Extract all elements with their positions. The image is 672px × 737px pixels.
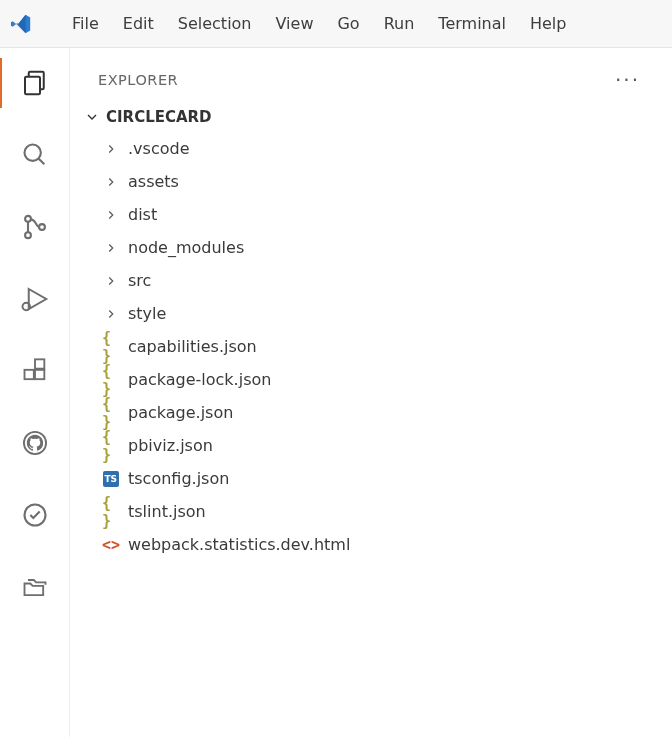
activity-github[interactable] [0,418,70,468]
tree-label: capabilities.json [128,337,257,356]
tree-folder[interactable]: dist [94,198,672,231]
json-file-icon: { } [102,329,120,365]
json-file-icon: { } [102,362,120,398]
explorer-header: EXPLORER ··· [70,60,672,100]
menu-view[interactable]: View [264,8,326,39]
tree-folder[interactable]: assets [94,165,672,198]
svg-point-6 [39,224,45,230]
chevron-right-icon [102,175,120,189]
tree-label: node_modules [128,238,244,257]
tree-label: style [128,304,166,323]
activity-search[interactable] [0,130,70,180]
menu-help[interactable]: Help [518,8,578,39]
chevron-down-icon [84,109,100,125]
project-name: CIRCLECARD [106,108,212,126]
tree-file[interactable]: { } capabilities.json [94,330,672,363]
ts-file-icon: TS [102,471,120,487]
json-file-icon: { } [102,428,120,464]
menu-terminal[interactable]: Terminal [426,8,518,39]
menu-go[interactable]: Go [325,8,371,39]
tree-label: .vscode [128,139,189,158]
vscode-logo-icon [10,13,32,35]
menu-file[interactable]: File [60,8,111,39]
svg-rect-9 [35,370,44,379]
tree-label: package-lock.json [128,370,271,389]
more-actions-icon[interactable]: ··· [615,68,654,92]
titlebar: File Edit Selection View Go Run Terminal… [0,0,672,48]
json-file-icon: { } [102,395,120,431]
tree-file[interactable]: <> webpack.statistics.dev.html [94,528,672,561]
activity-bar [0,48,70,737]
chevron-right-icon [102,241,120,255]
html-file-icon: <> [102,536,120,554]
activity-extensions[interactable] [0,346,70,396]
chevron-right-icon [102,142,120,156]
tree-label: tslint.json [128,502,206,521]
chevron-right-icon [102,208,120,222]
activity-task[interactable] [0,490,70,540]
chevron-right-icon [102,274,120,288]
svg-point-4 [25,216,31,222]
tree-folder[interactable]: src [94,264,672,297]
tree-label: assets [128,172,179,191]
explorer-title: EXPLORER [98,72,178,88]
tree-file[interactable]: { } package-lock.json [94,363,672,396]
tree-folder[interactable]: .vscode [94,132,672,165]
svg-rect-8 [24,370,33,379]
chevron-right-icon [102,307,120,321]
svg-rect-10 [35,359,44,368]
explorer-sidebar: EXPLORER ··· CIRCLECARD .vscode assets d… [70,48,672,737]
file-tree: .vscode assets dist node_modules src sty… [70,132,672,561]
activity-source-control[interactable] [0,202,70,252]
project-header[interactable]: CIRCLECARD [70,100,672,132]
tree-file[interactable]: TS tsconfig.json [94,462,672,495]
menu-edit[interactable]: Edit [111,8,166,39]
svg-rect-1 [25,77,40,95]
svg-point-2 [24,145,40,161]
tree-label: package.json [128,403,233,422]
tree-label: webpack.statistics.dev.html [128,535,350,554]
menu-selection[interactable]: Selection [166,8,264,39]
menubar: File Edit Selection View Go Run Terminal… [60,8,578,39]
activity-folders[interactable] [0,562,70,612]
activity-run-debug[interactable] [0,274,70,324]
tree-file[interactable]: { } tslint.json [94,495,672,528]
menu-run[interactable]: Run [372,8,427,39]
tree-file[interactable]: { } pbiviz.json [94,429,672,462]
tree-label: dist [128,205,157,224]
tree-file[interactable]: { } package.json [94,396,672,429]
json-file-icon: { } [102,494,120,530]
activity-explorer[interactable] [0,58,70,108]
svg-point-5 [25,232,31,238]
svg-line-3 [38,159,44,165]
tree-folder[interactable]: style [94,297,672,330]
tree-label: src [128,271,151,290]
tree-folder[interactable]: node_modules [94,231,672,264]
tree-label: pbiviz.json [128,436,213,455]
tree-label: tsconfig.json [128,469,229,488]
